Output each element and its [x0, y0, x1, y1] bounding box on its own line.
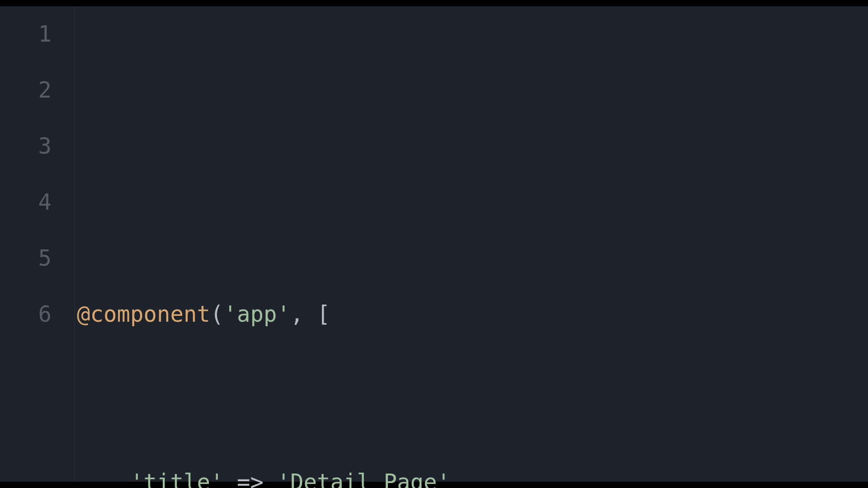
code-line[interactable]	[75, 118, 868, 174]
line-number: 3	[0, 118, 52, 174]
line-number-gutter: 1 2 3 4 5 6	[0, 6, 75, 482]
line-number: 6	[0, 286, 52, 343]
code-line[interactable]: @component('app', [	[75, 286, 868, 343]
indent	[77, 469, 130, 488]
string-quote: '	[130, 469, 144, 488]
string-quote: '	[224, 301, 237, 327]
code-editor[interactable]: 1 2 3 4 5 6 @component('app', [ 'title' …	[0, 6, 868, 482]
string-quote: '	[210, 469, 224, 488]
comma: ,	[290, 301, 317, 327]
string-quote: '	[277, 301, 291, 327]
string-literal: Detail Page	[290, 469, 437, 488]
arrow-operator: =>	[224, 469, 277, 488]
string-quote: '	[277, 469, 291, 488]
line-number: 1	[0, 6, 52, 62]
line-number: 2	[0, 62, 52, 118]
string-quote: '	[437, 469, 451, 488]
string-literal: app	[237, 301, 277, 327]
line-number: 4	[0, 174, 52, 230]
bracket-open: [	[317, 301, 330, 327]
code-area[interactable]: @component('app', [ 'title' => 'Detail P…	[75, 6, 868, 482]
line-number: 5	[0, 230, 52, 286]
paren-open: (	[210, 301, 224, 327]
code-line[interactable]: 'title' => 'Detail Page'	[75, 455, 868, 488]
string-literal: title	[144, 469, 211, 488]
blade-directive: @component	[77, 301, 210, 327]
